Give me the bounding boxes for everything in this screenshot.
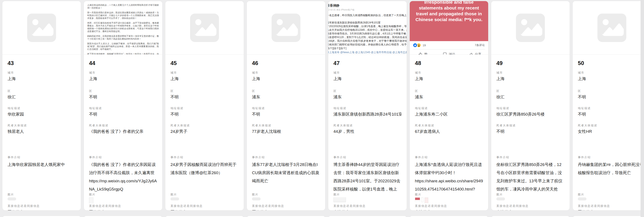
field-label-address: 地址描述 <box>578 107 644 110</box>
weibo-post-meta: 4-2 02:31 来自 iPhone客户端 <box>328 8 407 11</box>
image-thumbnail-pill[interactable] <box>170 198 179 201</box>
image-thumbnail-pill[interactable] <box>252 198 260 201</box>
field-direct-or-indirect: 直接信息还是间接信息 身边信息 <box>415 204 483 211</box>
next-row-card-top[interactable] <box>246 216 326 217</box>
image-placeholder-icon <box>598 13 626 42</box>
next-row-card-top[interactable] <box>328 216 407 217</box>
image-thumbnail-group <box>415 198 428 203</box>
field-victim-description: 死者大体描述 女性HR <box>578 124 644 134</box>
image-thumbnail-pill[interactable] <box>578 198 586 201</box>
field-district: 区 不明 <box>89 89 157 100</box>
field-label-city: 城市 <box>334 71 402 74</box>
comment-action-label: 评论 <box>449 52 455 55</box>
facebook-actions-row: 赞 评论 分享 <box>410 49 488 55</box>
field-value-district: 浦东 <box>415 94 483 100</box>
field-image: 图片 <box>334 193 402 203</box>
comments-count: 7条评论 <box>475 43 485 47</box>
field-value-address: 上海浦东寿二小区 <box>415 112 483 117</box>
field-label-victim: 死者大体描述 <box>8 124 76 127</box>
case-card[interactable]: 50 城市 上海 区 不明 地址描述 不明 死者大体描述 女性HR 事件介绍 丹… <box>572 1 644 211</box>
next-row-card-top[interactable] <box>572 216 644 217</box>
field-value-district: 浦东 <box>334 94 402 100</box>
field-value-source-type: 身边信息 <box>496 209 564 211</box>
field-address: 地址描述 不明 <box>170 107 238 117</box>
image-placeholder-icon <box>516 13 545 42</box>
case-fields: 47 城市 上海 区 浦东 地址描述 浦东新区唐镇创新西路28弄24号101室 … <box>328 55 407 211</box>
like-action: 赞 <box>410 49 436 55</box>
field-label-address: 地址描述 <box>334 107 402 110</box>
field-value-city: 上海 <box>252 76 320 82</box>
image-thumbnails <box>252 198 320 203</box>
thumb-up-icon <box>418 52 422 55</box>
field-direct-or-indirect: 直接信息还是间接信息 网络信息 <box>89 204 157 211</box>
vertical-scrollbar[interactable] <box>640 0 644 217</box>
field-label-district: 区 <box>252 89 320 93</box>
field-label-direct-or-indirect: 直接信息还是间接信息 <box>578 204 644 208</box>
field-value-victim: 77岁老人沈瑞根 <box>252 129 320 134</box>
weibo-post: 茶香禅静 4-2 02:31 来自 iPhone客户端 一名志愿者，昨日我投入路… <box>328 2 407 54</box>
cards-grid: 43 城市 上海 区 徐汇 地址描述 华欣家园 死者大体描述 独居老人 事件介绍… <box>2 1 644 211</box>
image-placeholder <box>2 1 81 54</box>
field-event-intro: 事件介绍 上海华欣家园独居老人饿死家中 <box>8 156 76 193</box>
image-thumbnail-red-post[interactable] <box>415 198 420 202</box>
article-text: 人都没有这样的机会，一个病人需要几十个人的同时帮助和关怀才有可能获得一丝的机会！… <box>87 4 159 55</box>
image-thumbnail-pill[interactable] <box>8 198 16 201</box>
case-card[interactable]: 45 城市 上海 区 不明 地址描述 不明 死者大体描述 24岁男子 事件介绍 … <box>165 1 244 211</box>
case-fields: 46 城市 上海 区 浦东 地址描述 不明 死者大体描述 77岁老人沈瑞根 事件… <box>247 55 325 211</box>
field-image: 图片 <box>8 193 76 203</box>
case-image <box>491 1 570 55</box>
field-value-city: 上海 <box>415 76 483 82</box>
image-thumbnail-chat[interactable] <box>424 198 428 203</box>
field-district: 区 徐汇 <box>496 89 564 100</box>
next-row-card-top[interactable] <box>491 216 570 217</box>
field-district: 区 不明 <box>170 89 238 100</box>
case-image: 茶香禅静 4-2 02:31 来自 iPhone客户端 一名志愿者，昨日我投入路… <box>328 1 407 55</box>
field-label-address: 地址描述 <box>170 107 238 110</box>
next-row-card-top[interactable] <box>410 216 488 217</box>
field-district: 区 浦东 <box>252 89 320 100</box>
field-value-victim: 不明 <box>496 129 564 134</box>
field-label-district: 区 <box>170 89 238 93</box>
image-placeholder-icon <box>272 13 300 42</box>
case-card[interactable]: 43 城市 上海 区 徐汇 地址描述 华欣家园 死者大体描述 独居老人 事件介绍… <box>2 1 81 211</box>
field-district: 区 浦东 <box>334 89 402 100</box>
field-image: 图片 <box>415 193 483 203</box>
field-direct-or-indirect: 直接信息还是间接信息 网络信息 <box>252 204 320 211</box>
next-row-card-top[interactable] <box>165 216 244 217</box>
image-thumbnails <box>578 198 644 203</box>
field-label-event: 事件介绍 <box>252 156 320 159</box>
next-row-card-top[interactable] <box>84 216 162 217</box>
image-thumbnails <box>170 198 238 203</box>
image-thumbnails <box>496 198 564 203</box>
case-image: Irresponsible and false statements about… <box>410 1 488 55</box>
case-card[interactable]: 茶香禅静 4-2 02:31 来自 iPhone客户端 一名志愿者，昨日我投入路… <box>328 1 407 211</box>
case-card[interactable]: 49 城市 上海 区 徐汇 地址描述 徐汇区罗秀路850弄26号楼 死者大体描述… <box>491 1 570 211</box>
field-label-event: 事件介绍 <box>415 156 483 159</box>
image-thumbnail-pill[interactable] <box>496 198 505 201</box>
field-event-intro: 事件介绍 《我的爸爸 没了》作者的父亲因延误治疗而不得不高位截肢，未久遍离世 h… <box>89 156 157 193</box>
field-value-city: 上海 <box>496 76 564 82</box>
field-label-direct-or-indirect: 直接信息还是间接信息 <box>170 204 238 208</box>
field-value-address: 不明 <box>578 112 644 117</box>
image-thumbnail-document[interactable] <box>89 198 93 204</box>
field-label-direct-or-indirect: 直接信息还是间接信息 <box>8 204 76 208</box>
weibo-text-line: 求相关部门能帮忙处理好后续问题，并做好两位老人的心理疏导，给予他们 <box>328 43 407 46</box>
field-label-image: 图片 <box>415 193 483 196</box>
field-label-direct-or-indirect: 直接信息还是间接信息 <box>496 204 564 208</box>
case-card[interactable]: Irresponsible and false statements about… <box>410 1 488 211</box>
field-district: 区 不明 <box>578 89 644 100</box>
image-thumbnail-narrow[interactable] <box>421 198 423 202</box>
case-card[interactable]: 人都没有这样的机会，一个病人需要几十个人的同时帮助和关怀才有可能获得一丝的机会！… <box>84 1 162 211</box>
case-card[interactable]: 46 城市 上海 区 浦东 地址描述 不明 死者大体描述 77岁老人沈瑞根 事件… <box>246 1 326 211</box>
next-row-card-top[interactable] <box>2 216 81 217</box>
field-direct-or-indirect: 直接信息还是间接信息 身边信息 <box>334 204 402 211</box>
field-city: 城市 上海 <box>8 71 76 82</box>
field-image: 图片 <box>496 193 564 203</box>
weibo-text-line: 在44岁。我大伯和我大伯母70多岁老来丧子，对于整个事情我不做评价，恳 <box>328 39 407 43</box>
field-victim-description: 死者大体描述 《我的爸爸 没了》作者的父亲 <box>89 124 157 134</box>
field-value-address: 华欣家园 <box>8 112 76 117</box>
field-value-district: 不明 <box>578 94 644 100</box>
image-thumbnail-wide[interactable] <box>334 198 346 202</box>
weibo-text-line: 一名志愿者，昨日我投入路浦西核酸检测的队伍，但是累了一天后晚上接到 <box>328 13 407 17</box>
field-label-city: 城市 <box>578 71 644 74</box>
